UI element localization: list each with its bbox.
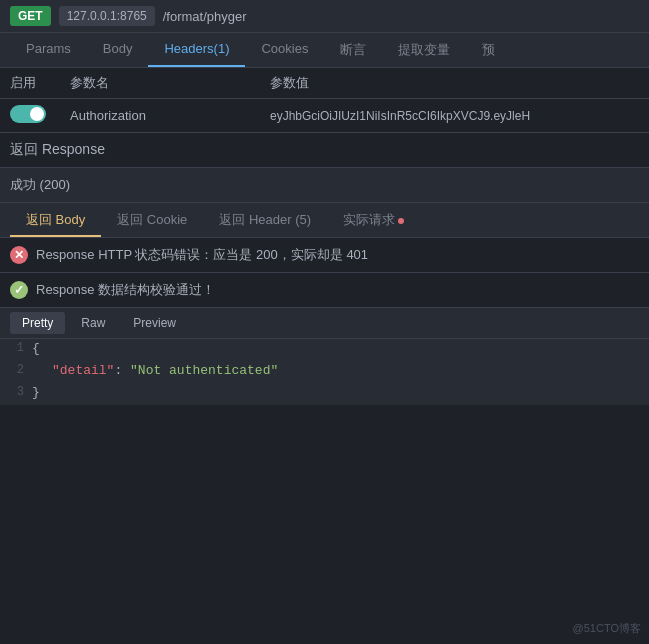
code-line-1: 1 {: [0, 339, 649, 361]
tab-extract[interactable]: 提取变量: [382, 33, 466, 67]
error-icon: ✕: [10, 246, 28, 264]
http-method: GET: [10, 6, 51, 26]
resp-tab-cookie[interactable]: 返回 Cookie: [101, 203, 203, 237]
line-num-3: 3: [0, 383, 32, 401]
url-bar: GET 127.0.0.1:8765 /format/phyger: [0, 0, 649, 33]
tab-headers[interactable]: Headers(1): [148, 33, 245, 67]
tab-body[interactable]: Body: [87, 33, 149, 67]
col-enabled-label: 启用: [10, 74, 70, 92]
host-address: 127.0.0.1:8765: [59, 6, 155, 26]
col-name-label: 参数名: [70, 74, 270, 92]
assertion-error-text: Response HTTP 状态码错误：应当是 200，实际却是 401: [36, 246, 368, 264]
assertion-success-row: ✓ Response 数据结构校验通过！: [0, 273, 649, 308]
response-tabs: 返回 Body 返回 Cookie 返回 Header (5) 实际请求: [0, 203, 649, 238]
json-colon: :: [114, 363, 130, 378]
line-content-2: "detail": "Not authenticated": [32, 361, 649, 380]
header-value: eyJhbGciOiJIUzI1NiIsInR5cCI6IkpXVCJ9.eyJ…: [270, 109, 639, 123]
watermark: @51CTO博客: [573, 621, 641, 636]
fmt-tab-pretty[interactable]: Pretty: [10, 312, 65, 334]
assertion-error-row: ✕ Response HTTP 状态码错误：应当是 200，实际却是 401: [0, 238, 649, 273]
line-num-1: 1: [0, 339, 32, 357]
success-icon: ✓: [10, 281, 28, 299]
tab-preview[interactable]: 预: [466, 33, 511, 67]
code-line-3: 3 }: [0, 383, 649, 405]
header-row: Authorization eyJhbGciOiJIUzI1NiIsInR5cC…: [0, 99, 649, 133]
assertion-success-text: Response 数据结构校验通过！: [36, 281, 215, 299]
format-tabs: Pretty Raw Preview: [0, 308, 649, 339]
headers-table-header: 启用 参数名 参数值: [0, 68, 649, 99]
line-num-2: 2: [0, 361, 32, 379]
resp-tab-actual[interactable]: 实际请求: [327, 203, 420, 237]
tab-params[interactable]: Params: [10, 33, 87, 67]
tab-cookies[interactable]: Cookies: [245, 33, 324, 67]
resp-tab-header[interactable]: 返回 Header (5): [203, 203, 327, 237]
toggle-enabled[interactable]: [10, 105, 70, 126]
toggle-switch[interactable]: [10, 105, 46, 123]
line-content-3: }: [32, 383, 649, 402]
resp-tab-body[interactable]: 返回 Body: [10, 203, 101, 237]
json-key: "detail": [52, 363, 114, 378]
fmt-tab-preview[interactable]: Preview: [121, 312, 188, 334]
url-path: /format/phyger: [163, 9, 247, 24]
header-name: Authorization: [70, 108, 270, 123]
response-status: 成功 (200): [0, 168, 649, 203]
fmt-tab-raw[interactable]: Raw: [69, 312, 117, 334]
line-content-1: {: [32, 339, 649, 358]
request-tabs: Params Body Headers(1) Cookies 断言 提取变量 预: [0, 33, 649, 68]
json-value: "Not authenticated": [130, 363, 278, 378]
code-area: 1 { 2 "detail": "Not authenticated" 3 }: [0, 339, 649, 405]
response-section-title: 返回 Response: [0, 133, 649, 168]
dot-indicator: [398, 218, 404, 224]
col-value-label: 参数值: [270, 74, 639, 92]
tab-assertions[interactable]: 断言: [324, 33, 382, 67]
code-line-2: 2 "detail": "Not authenticated": [0, 361, 649, 383]
